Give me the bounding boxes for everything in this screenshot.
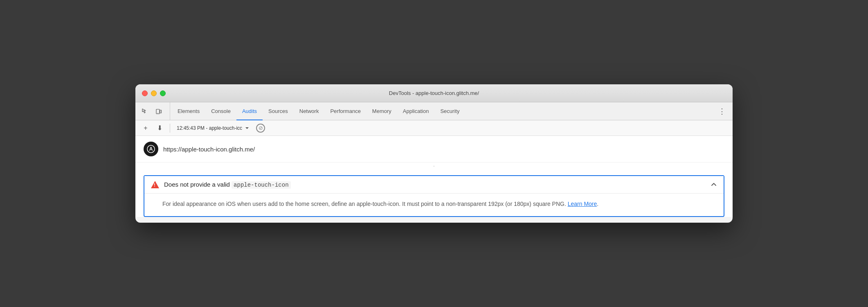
tab-security[interactable]: Security [434,103,465,120]
download-button[interactable]: ⬇ [154,123,165,133]
svg-text:A: A [149,146,153,152]
tab-application[interactable]: Application [397,103,435,120]
traffic-lights [142,90,166,96]
minimize-button[interactable] [151,90,157,96]
svg-point-2 [157,113,158,113]
audit-body: For ideal appearance on iOS when users a… [144,193,724,216]
tab-sources[interactable]: Sources [263,103,294,120]
svg-rect-1 [160,110,162,113]
site-icon: A [144,142,158,156]
audit-section: Does not provide a valid apple-touch-ico… [144,175,724,217]
inspect-element-button[interactable] [139,105,151,117]
device-toggle-button[interactable] [153,105,165,117]
window-title: DevTools - apple-touch-icon.glitch.me/ [389,90,479,96]
audit-header[interactable]: Does not provide a valid apple-touch-ico… [144,176,724,193]
tab-memory[interactable]: Memory [367,103,397,120]
collapse-icon[interactable] [711,181,717,188]
session-dropdown[interactable]: 12:45:43 PM - apple-touch-icc [177,125,250,131]
tab-network[interactable]: Network [294,103,325,120]
url-bar-area: A https://apple-touch-icon.glitch.me/ [135,136,733,163]
toolbar-icons [139,102,170,120]
add-session-button[interactable]: + [140,123,151,133]
learn-more-link[interactable]: Learn More [568,201,597,207]
separator [170,124,170,133]
dot-divider: • [135,163,733,169]
secondary-toolbar: + ⬇ 12:45:43 PM - apple-touch-icc ⊘ [135,120,733,136]
maximize-button[interactable] [160,90,166,96]
tab-elements[interactable]: Elements [172,103,205,120]
tab-performance[interactable]: Performance [324,103,366,120]
main-content: A https://apple-touch-icon.glitch.me/ • … [135,136,733,217]
tab-audits[interactable]: Audits [236,103,263,120]
title-bar: DevTools - apple-touch-icon.glitch.me/ [135,84,733,102]
site-url: https://apple-touch-icon.glitch.me/ [163,146,255,153]
devtools-window: DevTools - apple-touch-icon.glitch.me/ E… [135,84,733,222]
more-menu-button[interactable]: ⋮ [715,102,729,120]
close-button[interactable] [142,90,148,96]
warning-icon [151,181,159,188]
audit-title: Does not provide a valid apple-touch-ico… [164,181,706,188]
audit-item: Does not provide a valid apple-touch-ico… [144,175,724,217]
tabs-container: Elements Console Audits Sources Network … [172,102,715,120]
tab-console[interactable]: Console [205,103,236,120]
audit-title-code: apple-touch-icon [232,181,290,189]
session-info: 12:45:43 PM - apple-touch-icc [177,125,250,131]
main-toolbar: Elements Console Audits Sources Network … [135,102,733,120]
block-icon[interactable]: ⊘ [256,124,265,133]
